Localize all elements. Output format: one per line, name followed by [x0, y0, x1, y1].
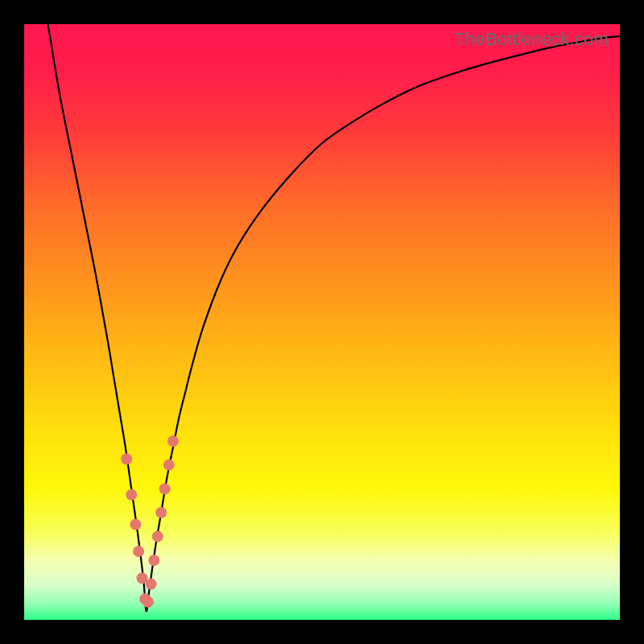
marker-point [148, 555, 159, 566]
marker-point [152, 530, 163, 542]
curve-layer [24, 24, 620, 620]
marker-point [159, 483, 171, 494]
marker-point [142, 597, 154, 608]
marker-point [146, 579, 157, 590]
marker-point [167, 436, 179, 447]
marker-point [133, 546, 144, 557]
marker-point [130, 519, 141, 530]
chart-frame: TheBottleneck.com [0, 0, 644, 644]
marker-point [155, 507, 167, 518]
highlighted-points [121, 436, 179, 608]
plot-area: TheBottleneck.com [24, 24, 620, 620]
marker-point [121, 453, 132, 464]
watermark-text: TheBottleneck.com [454, 29, 609, 50]
marker-point [126, 489, 137, 501]
marker-point [163, 460, 175, 471]
